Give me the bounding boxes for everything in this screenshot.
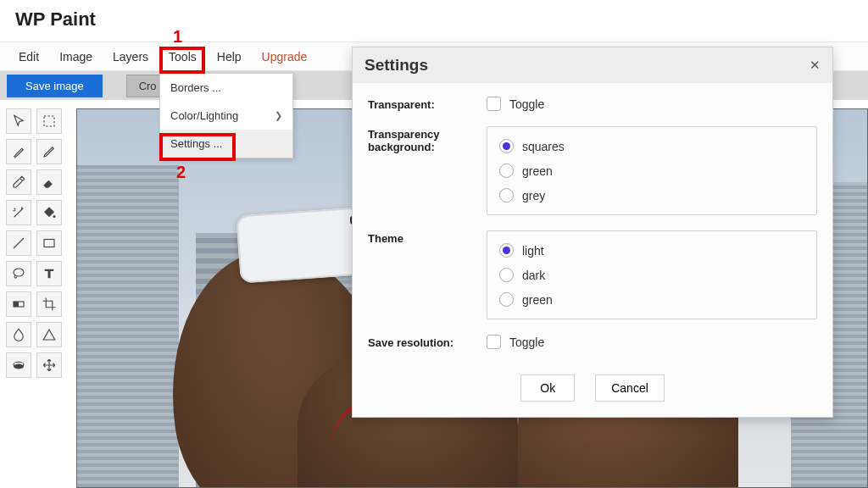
settings-dialog: Settings ✕ Transparent: Toggle Transpare…: [352, 47, 833, 418]
tool-crop[interactable]: [36, 291, 62, 317]
transparent-checkbox[interactable]: [487, 97, 501, 111]
save-resolution-toggle-label: Toggle: [509, 336, 544, 349]
radio-green[interactable]: [499, 164, 514, 178]
menu-tools[interactable]: Tools: [159, 45, 207, 69]
svg-rect-5: [14, 302, 19, 307]
dd-label: Borders ...: [170, 81, 221, 94]
ok-button[interactable]: Ok: [520, 374, 575, 402]
radio-label: green: [522, 164, 553, 178]
tool-fill[interactable]: [36, 200, 62, 225]
menu-upgrade[interactable]: Upgrade: [252, 45, 318, 69]
dd-color-lighting[interactable]: Color/Lighting ❯: [160, 102, 292, 130]
save-image-button[interactable]: Save image: [7, 75, 103, 97]
svg-rect-2: [44, 240, 54, 247]
tool-eyedropper[interactable]: [6, 169, 31, 195]
radio-grey[interactable]: [499, 188, 514, 202]
dialog-body: Transparent: Toggle Transparency backgro…: [353, 83, 832, 417]
menu-help[interactable]: Help: [207, 45, 252, 69]
radio-label: grey: [522, 189, 545, 202]
transparent-toggle-label: Toggle: [509, 97, 544, 111]
radio-dark[interactable]: [499, 268, 514, 282]
cancel-button[interactable]: Cancel: [595, 374, 665, 402]
tool-pencil[interactable]: [36, 139, 62, 164]
tool-stamp[interactable]: [6, 352, 31, 378]
app-title: WP Paint: [15, 8, 853, 30]
label-transparency-bg: Transparency background:: [368, 126, 487, 215]
tool-brush[interactable]: [6, 139, 31, 164]
tool-eraser[interactable]: [36, 169, 62, 195]
dialog-header: Settings ✕: [353, 47, 832, 83]
theme-group: light dark green: [487, 230, 817, 319]
tool-pointer[interactable]: [6, 108, 31, 134]
tool-marquee[interactable]: [36, 108, 62, 134]
svg-point-3: [14, 269, 24, 276]
tool-lasso[interactable]: [6, 261, 31, 286]
radio-label: dark: [522, 269, 545, 282]
toolbox: [0, 100, 68, 488]
svg-point-1: [53, 215, 56, 218]
close-icon[interactable]: ✕: [810, 58, 821, 73]
svg-rect-0: [44, 116, 54, 126]
dd-label: Color/Lighting: [170, 109, 238, 122]
tool-text[interactable]: [36, 261, 62, 286]
label-theme: Theme: [368, 230, 487, 319]
dd-label: Settings ...: [170, 137, 222, 150]
save-resolution-checkbox[interactable]: [487, 335, 501, 349]
radio-label: light: [522, 244, 544, 258]
menu-image[interactable]: Image: [49, 45, 103, 69]
tool-blur[interactable]: [6, 322, 31, 347]
tool-triangle[interactable]: [36, 322, 62, 347]
tool-line[interactable]: [6, 230, 31, 256]
radio-label: green: [522, 293, 553, 307]
tool-rect[interactable]: [36, 230, 62, 256]
dd-settings[interactable]: Settings ...: [160, 130, 292, 158]
chevron-right-icon: ❯: [275, 110, 282, 121]
radio-squares[interactable]: [499, 139, 514, 153]
radio-theme-green[interactable]: [499, 292, 514, 307]
label-transparent: Transparent:: [368, 97, 487, 111]
dialog-title: Settings: [364, 56, 428, 75]
app-titlebar: WP Paint: [0, 0, 868, 42]
tool-gradient[interactable]: [6, 291, 31, 317]
radio-label: squares: [522, 140, 565, 153]
label-save-resolution: Save resolution:: [368, 335, 487, 349]
tool-wand[interactable]: [6, 200, 31, 225]
dd-borders[interactable]: Borders ...: [160, 74, 292, 102]
dialog-buttons: Ok Cancel: [368, 364, 817, 402]
menu-layers[interactable]: Layers: [103, 45, 159, 69]
menu-edit[interactable]: Edit: [8, 45, 49, 69]
radio-light[interactable]: [499, 243, 514, 258]
tool-move[interactable]: [36, 352, 62, 378]
tools-dropdown: Borders ... Color/Lighting ❯ Settings ..…: [159, 73, 293, 158]
transparency-bg-group: squares green grey: [487, 126, 817, 215]
